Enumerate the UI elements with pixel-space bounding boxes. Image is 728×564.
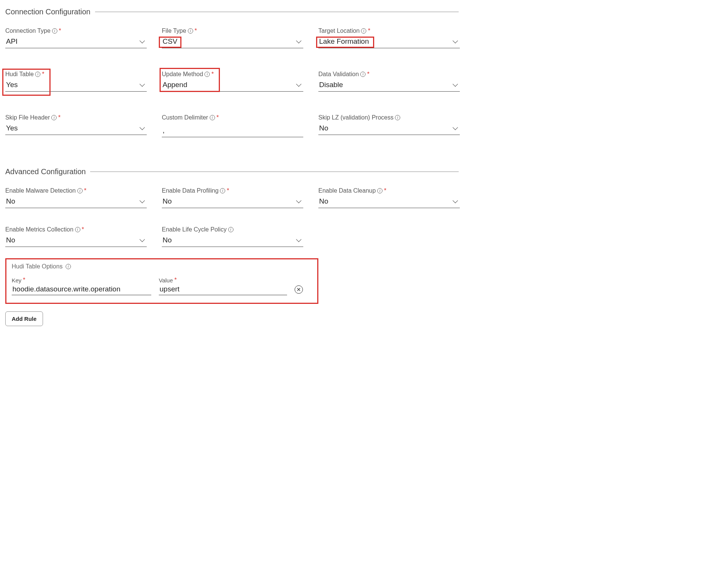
dropdown-lifecycle[interactable]: No	[162, 236, 303, 247]
info-icon[interactable]: i	[361, 28, 366, 34]
dropdown-value: Lake Formation	[319, 37, 369, 46]
field-malware: Enable Malware Detection i * No	[5, 187, 147, 208]
dropdown-value: No	[319, 197, 328, 205]
dropdown-value: Disable	[319, 81, 343, 89]
input-hudi-key[interactable]: hoodie.datasource.write.operation	[12, 285, 151, 295]
field-file-type: File Type i * CSV	[162, 28, 303, 48]
label-text: Value	[159, 277, 173, 284]
required-star: *	[195, 28, 197, 34]
chevron-down-icon	[139, 238, 146, 242]
remove-row-button[interactable]: ✕	[295, 285, 303, 294]
dropdown-malware[interactable]: No	[5, 197, 147, 208]
section-title: Connection Configuration	[5, 8, 91, 16]
field-connection-type: Connection Type i * API	[5, 28, 147, 48]
field-label: Update Method i *	[162, 71, 303, 78]
chevron-down-icon	[139, 83, 146, 87]
field-profiling: Enable Data Profiling i * No	[162, 187, 303, 208]
chevron-down-icon	[139, 40, 146, 43]
dropdown-value: No	[6, 197, 15, 205]
dropdown-value: Yes	[6, 81, 18, 89]
dropdown-skip-file-header[interactable]: Yes	[5, 124, 147, 135]
field-label: Skip LZ (validation) Process i	[318, 114, 460, 121]
required-star: *	[59, 28, 61, 34]
field-custom-delimiter: Custom Delimiter i * ,	[162, 114, 303, 137]
label-text: Enable Data Profiling	[162, 187, 218, 194]
info-icon[interactable]: i	[204, 72, 210, 77]
required-star: *	[174, 277, 177, 284]
info-icon[interactable]: i	[51, 115, 57, 120]
section-header-connection: Connection Configuration	[5, 8, 459, 16]
chevron-down-icon	[452, 126, 459, 130]
input-custom-delimiter[interactable]: ,	[162, 126, 303, 137]
dropdown-value: Yes	[6, 124, 18, 132]
field-update-method: Update Method i * Append	[162, 71, 303, 92]
field-label: Value *	[159, 277, 287, 284]
field-label: Custom Delimiter i *	[162, 114, 303, 121]
info-icon[interactable]: i	[188, 28, 193, 34]
field-label: Connection Type i *	[5, 28, 147, 34]
field-skip-file-header: Skip File Header i * Yes	[5, 114, 147, 137]
section-rule	[95, 12, 459, 12]
field-hudi-table: Hudi Table i * Yes	[5, 71, 147, 92]
field-label: Target Location i *	[318, 28, 460, 34]
dropdown-skip-lz[interactable]: No	[318, 124, 460, 135]
input-value: ,	[163, 126, 164, 135]
dropdown-update-method[interactable]: Append	[162, 81, 303, 92]
field-label: Enable Malware Detection i *	[5, 187, 147, 194]
chevron-down-icon	[139, 126, 146, 130]
dropdown-value: Append	[163, 81, 187, 89]
field-label: Key *	[12, 277, 151, 284]
dropdown-metrics[interactable]: No	[5, 236, 147, 247]
info-icon[interactable]: i	[360, 72, 366, 77]
field-cleanup: Enable Data Cleanup i * No	[318, 187, 460, 208]
required-star: *	[23, 277, 25, 284]
input-value: hoodie.datasource.write.operation	[12, 285, 120, 293]
field-target-location: Target Location i * Lake Formation	[318, 28, 460, 48]
field-label: Enable Life Cycle Policy i	[162, 226, 303, 233]
dropdown-value: CSV	[163, 37, 177, 46]
label-text: Update Method	[162, 71, 203, 78]
chevron-down-icon	[296, 199, 303, 203]
dropdown-hudi-table[interactable]: Yes	[5, 81, 147, 92]
label-text: Skip File Header	[5, 114, 50, 121]
required-star: *	[368, 28, 370, 34]
label-text: Key	[12, 277, 22, 284]
field-skip-lz: Skip LZ (validation) Process i No	[318, 114, 460, 137]
label-text: Enable Malware Detection	[5, 187, 76, 194]
info-icon[interactable]: i	[75, 227, 80, 232]
field-label: Enable Data Profiling i *	[162, 187, 303, 194]
dropdown-value: No	[319, 124, 328, 132]
chevron-down-icon	[452, 40, 459, 43]
info-icon[interactable]: i	[377, 188, 382, 193]
label-text: Custom Delimiter	[162, 114, 208, 121]
hudi-options-title: Hudi Table Options i	[12, 263, 310, 270]
chevron-down-icon	[452, 83, 459, 87]
info-icon[interactable]: i	[210, 115, 215, 120]
section-header-advanced: Advanced Configuration	[5, 167, 459, 176]
hudi-value-field: Value * upsert	[159, 277, 287, 295]
dropdown-profiling[interactable]: No	[162, 197, 303, 208]
info-icon[interactable]: i	[395, 115, 400, 120]
dropdown-cleanup[interactable]: No	[318, 197, 460, 208]
info-icon[interactable]: i	[52, 28, 57, 34]
dropdown-target-location[interactable]: Lake Formation	[318, 37, 460, 48]
input-value: upsert	[160, 285, 180, 293]
info-icon[interactable]: i	[77, 188, 83, 193]
info-icon[interactable]: i	[66, 264, 71, 269]
field-data-validation: Data Validation i * Disable	[318, 71, 460, 92]
dropdown-value: No	[6, 236, 15, 244]
dropdown-connection-type[interactable]: API	[5, 37, 147, 48]
add-rule-button[interactable]: Add Rule	[5, 311, 43, 326]
dropdown-file-type[interactable]: CSV	[162, 37, 303, 48]
info-icon[interactable]: i	[220, 188, 225, 193]
hudi-key-field: Key * hoodie.datasource.write.operation	[12, 277, 151, 295]
section-rule	[90, 172, 459, 172]
field-label: Data Validation i *	[318, 71, 460, 78]
info-icon[interactable]: i	[228, 227, 233, 232]
info-icon[interactable]: i	[35, 72, 40, 77]
label-text: Enable Metrics Collection	[5, 226, 74, 233]
input-hudi-value[interactable]: upsert	[159, 285, 287, 295]
required-star: *	[217, 114, 219, 121]
dropdown-data-validation[interactable]: Disable	[318, 81, 460, 92]
chevron-down-icon	[296, 83, 303, 87]
